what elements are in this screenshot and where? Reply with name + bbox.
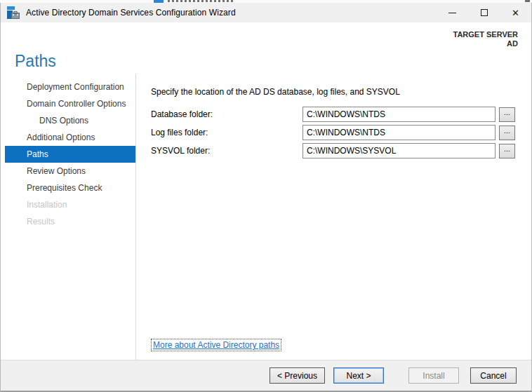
database-folder-browse-button[interactable]: ... (499, 107, 515, 122)
sysvol-folder-row: SYSVOL folder: ... (151, 143, 515, 158)
window-controls: ✕ (437, 3, 531, 22)
maximize-button[interactable] (468, 3, 500, 22)
minimize-button[interactable] (437, 3, 468, 22)
sidebar-item-deployment-configuration[interactable]: Deployment Configuration (1, 79, 135, 95)
sidebar-item-dns-options[interactable]: DNS Options (1, 112, 135, 129)
page-title: Paths (15, 52, 56, 71)
instruction-text: Specify the location of the AD DS databa… (151, 87, 515, 97)
sidebar-item-results: Results (1, 213, 135, 230)
target-server-label: TARGET SERVER (453, 30, 519, 39)
next-button[interactable]: Next > (333, 367, 384, 384)
window-title: Active Directory Domain Services Configu… (26, 8, 236, 18)
minimize-icon (448, 13, 456, 13)
log-files-folder-row: Log files folder: ... (151, 125, 515, 140)
sidebar: Deployment Configuration Domain Controll… (1, 74, 136, 360)
sidebar-item-additional-options[interactable]: Additional Options (1, 129, 135, 146)
more-about-paths-link[interactable]: More about Active Directory paths (151, 339, 281, 351)
footer-bar: < Previous Next > Install Cancel (1, 360, 531, 391)
wizard-app-icon (6, 6, 20, 19)
content-pane: Specify the location of the AD DS databa… (136, 74, 531, 360)
sidebar-item-prerequisites-check[interactable]: Prerequisites Check (1, 180, 135, 196)
wizard-window: Active Directory Domain Services Configu… (0, 3, 532, 392)
sysvol-folder-input[interactable] (302, 143, 496, 158)
sidebar-item-paths[interactable]: Paths (5, 146, 135, 163)
database-folder-label: Database folder: (151, 109, 302, 119)
sysvol-folder-label: SYSVOL folder: (151, 146, 302, 156)
sidebar-item-domain-controller-options[interactable]: Domain Controller Options (1, 95, 135, 112)
background-window-text-fragment (168, 0, 234, 2)
titlebar: Active Directory Domain Services Configu… (1, 3, 531, 22)
cancel-button[interactable]: Cancel (470, 367, 517, 384)
wizard-header: Paths TARGET SERVER AD (1, 22, 531, 74)
database-folder-row: Database folder: ... (151, 107, 515, 122)
screen: Active Directory Domain Services Configu… (0, 0, 532, 392)
wizard-body: Deployment Configuration Domain Controll… (1, 74, 531, 360)
target-server-name: AD (453, 39, 519, 48)
previous-button[interactable]: < Previous (270, 367, 325, 384)
close-button[interactable]: ✕ (500, 3, 531, 22)
sysvol-folder-browse-button[interactable]: ... (499, 144, 515, 158)
database-folder-input[interactable] (302, 107, 496, 122)
log-files-folder-label: Log files folder: (151, 128, 302, 137)
maximize-icon (481, 9, 488, 16)
log-files-folder-input[interactable] (302, 125, 496, 140)
background-window-fragment-right (525, 0, 530, 2)
log-files-folder-browse-button[interactable]: ... (499, 126, 515, 140)
sidebar-item-review-options[interactable]: Review Options (1, 163, 135, 180)
content-spacer (151, 161, 515, 339)
install-button[interactable]: Install (408, 367, 459, 384)
sidebar-item-installation: Installation (1, 196, 135, 213)
target-server-block: TARGET SERVER AD (453, 30, 519, 48)
close-icon: ✕ (512, 8, 519, 18)
